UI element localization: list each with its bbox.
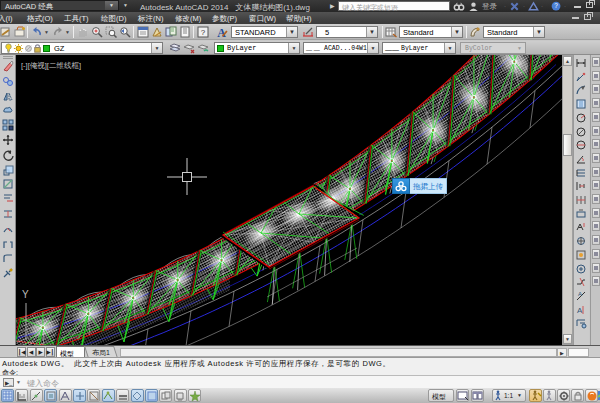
svg-text:?: ? [201, 28, 206, 37]
svg-text:A: A [577, 306, 583, 315]
svg-text:?: ? [554, 2, 558, 9]
svg-text:Y: Y [22, 289, 29, 300]
svg-text:[-][俺视][二维线框]: [-][俺视][二维线框] [21, 61, 81, 70]
svg-text:A: A [578, 291, 582, 297]
